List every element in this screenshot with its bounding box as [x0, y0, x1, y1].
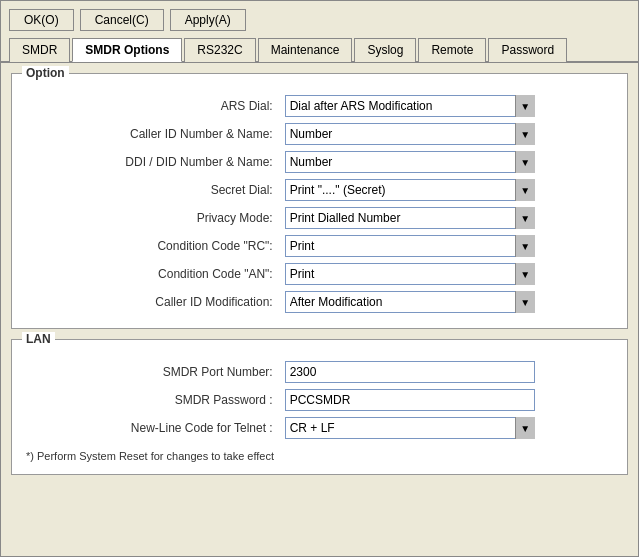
tab-smdr[interactable]: SMDR [9, 38, 70, 62]
caller-id-mod-row: Caller ID Modification: After Modificati… [22, 288, 617, 316]
caller-id-name-wrapper: Number Name Number & Name ▼ [285, 123, 535, 145]
newline-code-wrapper: CR + LF CR LF ▼ [285, 417, 535, 439]
secret-dial-label: Secret Dial: [22, 176, 281, 204]
caller-id-mod-label: Caller ID Modification: [22, 288, 281, 316]
ars-dial-select[interactable]: Dial after ARS Modification Dial before … [285, 95, 535, 117]
secret-dial-wrapper: Print "...." (Secret) Do Not Print ▼ [285, 179, 535, 201]
ddi-did-select[interactable]: Number Name Number & Name [285, 151, 535, 173]
ok-button[interactable]: OK(O) [9, 9, 74, 31]
lan-form: SMDR Port Number: SMDR Password : New-Li… [22, 358, 617, 442]
condition-an-select[interactable]: Print Do Not Print [285, 263, 535, 285]
ddi-did-wrapper: Number Name Number & Name ▼ [285, 151, 535, 173]
privacy-mode-row: Privacy Mode: Print Dialled Number Do No… [22, 204, 617, 232]
newline-code-row: New-Line Code for Telnet : CR + LF CR LF… [22, 414, 617, 442]
tab-rs232c[interactable]: RS232C [184, 38, 255, 62]
cancel-button[interactable]: Cancel(C) [80, 9, 164, 31]
lan-section-title: LAN [22, 332, 55, 346]
ars-dial-row: ARS Dial: Dial after ARS Modification Di… [22, 92, 617, 120]
condition-an-row: Condition Code "AN": Print Do Not Print … [22, 260, 617, 288]
ddi-did-row: DDI / DID Number & Name: Number Name Num… [22, 148, 617, 176]
tab-password[interactable]: Password [488, 38, 567, 62]
caller-id-name-label: Caller ID Number & Name: [22, 120, 281, 148]
content-area: Option ARS Dial: Dial after ARS Modifica… [1, 63, 638, 556]
condition-rc-label: Condition Code "RC": [22, 232, 281, 260]
caller-id-mod-wrapper: After Modification Before Modification ▼ [285, 291, 535, 313]
smdr-password-input[interactable] [285, 389, 535, 411]
newline-code-label: New-Line Code for Telnet : [22, 414, 281, 442]
option-section-title: Option [22, 66, 69, 80]
ars-dial-label: ARS Dial: [22, 92, 281, 120]
condition-an-label: Condition Code "AN": [22, 260, 281, 288]
smdr-port-input[interactable] [285, 361, 535, 383]
condition-rc-row: Condition Code "RC": Print Do Not Print … [22, 232, 617, 260]
privacy-mode-select[interactable]: Print Dialled Number Do Not Print [285, 207, 535, 229]
apply-button[interactable]: Apply(A) [170, 9, 246, 31]
condition-rc-select[interactable]: Print Do Not Print [285, 235, 535, 257]
smdr-password-label: SMDR Password : [22, 386, 281, 414]
secret-dial-select[interactable]: Print "...." (Secret) Do Not Print [285, 179, 535, 201]
privacy-mode-wrapper: Print Dialled Number Do Not Print ▼ [285, 207, 535, 229]
condition-an-wrapper: Print Do Not Print ▼ [285, 263, 535, 285]
ars-dial-wrapper: Dial after ARS Modification Dial before … [285, 95, 535, 117]
smdr-port-label: SMDR Port Number: [22, 358, 281, 386]
newline-code-select[interactable]: CR + LF CR LF [285, 417, 535, 439]
lan-note: *) Perform System Reset for changes to t… [22, 450, 617, 462]
tab-maintenance[interactable]: Maintenance [258, 38, 353, 62]
toolbar: OK(O) Cancel(C) Apply(A) [1, 1, 638, 37]
tab-bar: SMDR SMDR Options RS232C Maintenance Sys… [1, 37, 638, 63]
caller-id-name-select[interactable]: Number Name Number & Name [285, 123, 535, 145]
caller-id-name-row: Caller ID Number & Name: Number Name Num… [22, 120, 617, 148]
lan-section: LAN SMDR Port Number: SMDR Password : Ne… [11, 339, 628, 475]
smdr-port-row: SMDR Port Number: [22, 358, 617, 386]
tab-smdr-options[interactable]: SMDR Options [72, 38, 182, 62]
option-form: ARS Dial: Dial after ARS Modification Di… [22, 92, 617, 316]
ddi-did-label: DDI / DID Number & Name: [22, 148, 281, 176]
secret-dial-row: Secret Dial: Print "...." (Secret) Do No… [22, 176, 617, 204]
option-section: Option ARS Dial: Dial after ARS Modifica… [11, 73, 628, 329]
main-window: OK(O) Cancel(C) Apply(A) SMDR SMDR Optio… [0, 0, 639, 557]
tab-remote[interactable]: Remote [418, 38, 486, 62]
smdr-password-row: SMDR Password : [22, 386, 617, 414]
privacy-mode-label: Privacy Mode: [22, 204, 281, 232]
tab-syslog[interactable]: Syslog [354, 38, 416, 62]
condition-rc-wrapper: Print Do Not Print ▼ [285, 235, 535, 257]
caller-id-mod-select[interactable]: After Modification Before Modification [285, 291, 535, 313]
